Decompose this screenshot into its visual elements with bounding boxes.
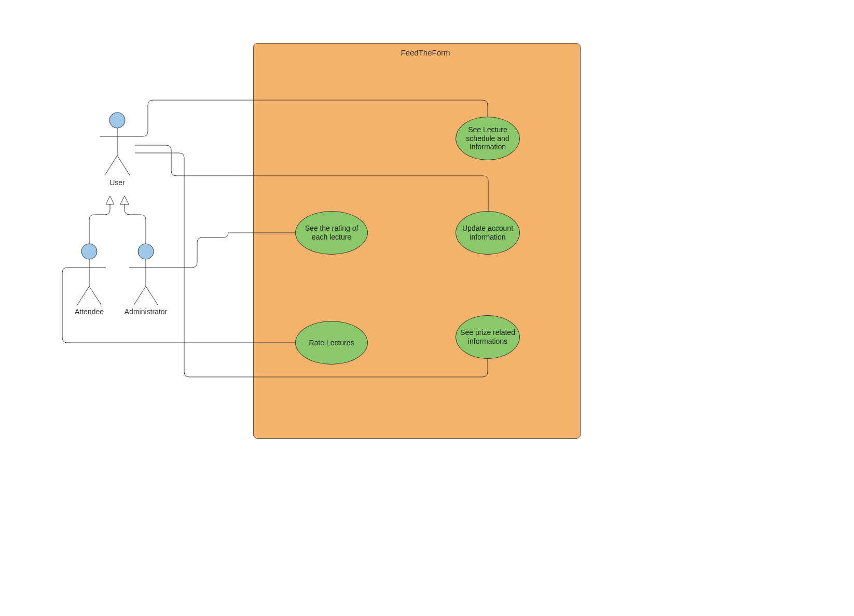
actor-user-figure [100, 113, 135, 175]
usecase-update-account: Update account information [456, 211, 520, 255]
svg-point-10 [138, 244, 154, 259]
actor-attendee-figure [73, 244, 106, 305]
diagram-canvas: FeedTheForm [0, 0, 854, 616]
svg-line-14 [146, 286, 158, 305]
actor-administrator-figure [129, 244, 162, 305]
svg-line-3 [105, 156, 117, 175]
usecase-see-rating: See the rating of each lecture [295, 211, 368, 255]
svg-line-4 [117, 156, 130, 175]
svg-marker-15 [106, 196, 114, 204]
system-title: FeedTheForm [394, 48, 457, 57]
usecase-rate-lectures: Rate Lectures [295, 321, 368, 365]
actor-administrator-label: Administrator [122, 307, 170, 316]
actor-user-label: User [104, 178, 131, 187]
svg-line-9 [89, 286, 101, 305]
usecase-see-lecture: See Lecture schedule and Information [456, 117, 520, 160]
generalization-attendee-user [89, 196, 114, 244]
svg-point-0 [109, 113, 125, 128]
svg-line-13 [134, 286, 146, 305]
svg-point-5 [81, 244, 97, 259]
svg-line-8 [77, 286, 89, 305]
generalization-admin-user [120, 196, 146, 244]
usecase-see-prize: See prize related informations [456, 315, 520, 359]
actor-attendee-label: Attendee [74, 307, 105, 316]
svg-marker-16 [120, 196, 129, 204]
